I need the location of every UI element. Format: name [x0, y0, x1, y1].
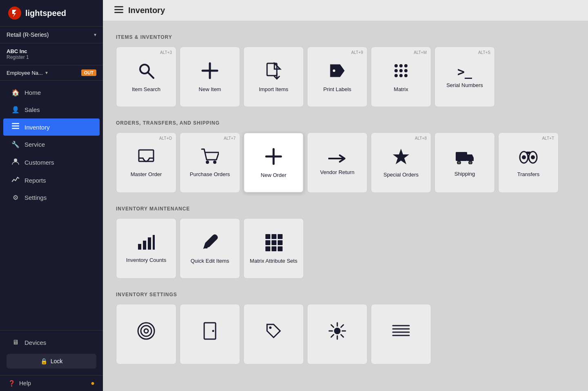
svg-rect-48 [278, 234, 283, 239]
lock-icon: 🔒 [40, 358, 47, 364]
svg-rect-50 [272, 240, 276, 245]
tile-setting-2[interactable] [180, 304, 240, 364]
store-selector[interactable]: Retail (R-Series) ▾ [0, 27, 103, 43]
help-label: Help [19, 380, 31, 387]
lightspeed-logo-icon [8, 7, 21, 20]
tiles-grid-maintenance: Inventory Counts Quick Edit Items [116, 218, 575, 279]
tile-setting-1[interactable] [116, 304, 176, 364]
svg-point-59 [212, 330, 214, 332]
sidebar-item-sales[interactable]: 👤 Sales [3, 101, 100, 118]
sidebar: lightspeed Retail (R-Series) ▾ ABC Inc R… [0, 0, 103, 391]
sunburst-icon [328, 322, 346, 342]
shortcut-label: ALT+9 [351, 50, 363, 55]
sidebar-item-home[interactable]: 🏠 Home [3, 84, 100, 101]
settings-icon: ⚙ [11, 194, 20, 201]
svg-point-34 [457, 161, 461, 164]
svg-point-27 [206, 161, 209, 164]
svg-rect-6 [114, 9, 123, 10]
help-icon: ❓ [8, 380, 15, 387]
tile-label: Import Items [256, 86, 292, 92]
tile-item-search[interactable]: ALT+3 Item Search [116, 47, 176, 107]
tile-label: Print Labels [320, 86, 355, 92]
tile-transfers[interactable]: ALT+T Transfers [498, 132, 559, 193]
svg-point-35 [469, 161, 472, 164]
sidebar-item-reports[interactable]: Reports [3, 172, 100, 189]
matrix-icon [392, 62, 410, 82]
svg-rect-49 [265, 240, 270, 245]
tile-vendor-return[interactable]: Vendor Return [307, 132, 368, 193]
lock-button[interactable]: 🔒 Lock [7, 354, 96, 369]
tile-import-items[interactable]: Import Items [243, 47, 304, 107]
svg-rect-41 [138, 244, 141, 250]
tile-setting-5[interactable] [371, 304, 431, 364]
account-info: ABC Inc Register 1 [0, 43, 103, 65]
logo-text: lightspeed [25, 9, 66, 18]
customers-icon [11, 158, 20, 167]
svg-point-39 [522, 155, 526, 159]
sidebar-item-settings[interactable]: ⚙ Settings [3, 189, 100, 206]
svg-rect-2 [12, 125, 19, 127]
page-icon [114, 6, 123, 15]
account-company: ABC Inc [7, 48, 29, 54]
svg-point-28 [213, 161, 216, 164]
section-orders: ORDERS, TRANSFERS, AND SHIPPING ALT+O Ma… [116, 120, 575, 193]
tile-setting-4[interactable] [307, 304, 368, 364]
svg-rect-43 [148, 237, 151, 250]
tile-setting-3[interactable] [243, 304, 304, 364]
grid-icon [265, 233, 283, 254]
tile-inventory-counts[interactable]: Inventory Counts [116, 218, 176, 279]
reports-icon [11, 176, 20, 184]
tile-quick-edit-items[interactable]: Quick Edit Items [180, 218, 240, 279]
star-icon [392, 148, 410, 168]
tile-matrix[interactable]: ALT+M M [371, 47, 431, 107]
sidebar-item-inventory[interactable]: Inventory [3, 118, 100, 136]
tile-matrix-attribute-sets[interactable]: Matrix Attribute Sets [243, 218, 304, 279]
svg-rect-33 [456, 152, 467, 161]
notification-icon: ● [91, 380, 95, 387]
sidebar-bottom: 🖥 Devices 🔒 Lock [0, 330, 103, 375]
tile-shipping[interactable]: Shipping [434, 132, 495, 193]
tile-serial-numbers[interactable]: ALT+S >_ Serial Numbers [434, 47, 495, 107]
shortcut-label: ALT+S [478, 50, 490, 55]
svg-point-17 [394, 64, 398, 67]
svg-point-22 [404, 69, 408, 72]
inbox-icon [137, 148, 155, 167]
target-icon [137, 322, 155, 342]
section-title-orders: ORDERS, TRANSFERS, AND SHIPPING [116, 120, 575, 126]
sidebar-item-label: Sales [24, 106, 40, 113]
tile-master-order[interactable]: ALT+O Master Order [116, 132, 176, 193]
tile-label: Matrix [390, 86, 411, 92]
svg-rect-51 [278, 240, 283, 245]
svg-line-67 [341, 335, 343, 337]
search-icon [137, 62, 155, 82]
tile-label: Special Orders [380, 172, 422, 178]
svg-point-21 [399, 69, 403, 72]
svg-rect-44 [153, 235, 155, 250]
svg-point-40 [531, 155, 535, 159]
employee-name: Employee Na... [7, 70, 43, 76]
employee-section[interactable]: Employee Na... ▾ OUT [0, 65, 103, 80]
sidebar-item-devices[interactable]: 🖥 Devices [3, 334, 100, 351]
tile-print-labels[interactable]: ALT+9 Print Labels [307, 47, 368, 107]
cart-icon [201, 148, 219, 167]
sidebar-item-customers[interactable]: Customers [3, 153, 100, 171]
content-area: ITEMS & INVENTORY ALT+3 Item Search [103, 21, 588, 391]
help-section[interactable]: ❓ Help ● [0, 375, 103, 391]
svg-point-60 [269, 326, 272, 329]
truck-icon [455, 149, 474, 167]
svg-rect-46 [265, 234, 270, 239]
sales-icon: 👤 [11, 106, 20, 114]
tile-new-item[interactable]: New Item [180, 47, 240, 107]
tile-purchase-orders[interactable]: ALT+7 Purchase Orders [180, 132, 240, 193]
tile-special-orders[interactable]: ALT+8 Special Orders [371, 132, 431, 193]
sidebar-item-service[interactable]: 🔧 Service [3, 136, 100, 153]
tile-new-order[interactable]: New Order [243, 132, 304, 193]
section-title-settings: INVENTORY SETTINGS [116, 292, 575, 297]
account-register: Register 1 [7, 54, 29, 60]
employee-selector[interactable]: Employee Na... ▾ [7, 70, 48, 76]
nav-links: 🏠 Home 👤 Sales Inventory 🔧 Service Custo… [0, 80, 103, 330]
svg-rect-53 [272, 246, 276, 251]
svg-rect-38 [526, 152, 530, 154]
svg-line-9 [148, 73, 154, 78]
sidebar-item-label: Service [24, 141, 45, 148]
